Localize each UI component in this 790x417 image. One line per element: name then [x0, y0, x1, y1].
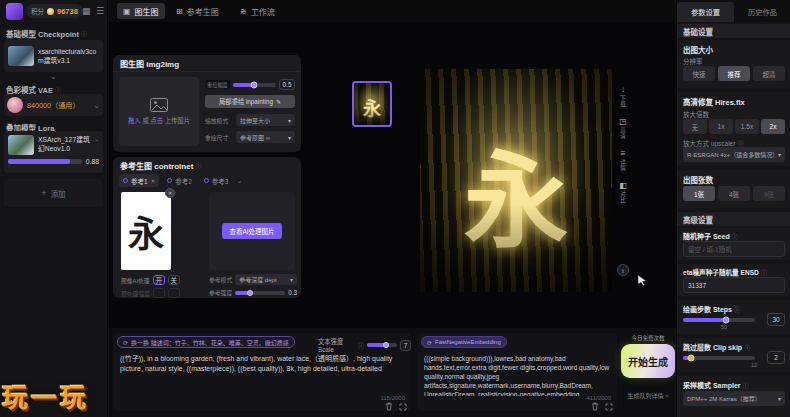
steps-tick: 50 — [721, 324, 727, 330]
ai-on-button[interactable]: 开 — [153, 275, 165, 285]
inpaint-button[interactable]: 局部重绘 inpainting ✎ — [205, 95, 295, 108]
lora-weight-slider[interactable] — [8, 159, 82, 164]
positive-prompt-panel: ⟳ 换一换 描述词：竹子、竹林、花朵、唯美、空灵、魔幻质感 文本强度 Scale… — [113, 333, 411, 411]
count-1[interactable]: 1张 — [683, 186, 715, 201]
tab-workflow[interactable]: ≋ 工作流 — [234, 3, 281, 19]
ref-mode-select[interactable]: 参考深度 dept ▾ — [235, 274, 297, 285]
points-value: 96738 — [57, 7, 78, 16]
tab-param-settings[interactable]: 参数设置 — [677, 2, 734, 22]
vae-thumbnail — [7, 97, 23, 113]
steps-value[interactable]: 30 — [767, 313, 785, 326]
controlnet-tab-2[interactable]: 参考2 — [163, 174, 196, 187]
count-card: 出图张数 1张 4张 9张 — [677, 170, 790, 208]
size-ref-select[interactable]: 参考原图 ∞ ▾ — [236, 131, 295, 143]
points-label: 积分 — [31, 6, 44, 16]
controlnet-tab-1[interactable]: 参考1 ✕ — [119, 174, 159, 187]
params-tabbar: 参数设置 历史作品 — [677, 0, 790, 22]
add-lora-button[interactable]: + 添加 — [4, 179, 103, 207]
chevron-down-icon[interactable]: ⌄ — [236, 177, 242, 185]
chevron-down-icon[interactable]: ⌄ — [93, 101, 100, 110]
ai-off-button[interactable]: 关 — [168, 275, 180, 285]
grid-menu-icon[interactable]: ▦ — [82, 6, 91, 16]
clip-skip-value[interactable]: 2 — [767, 351, 785, 364]
queue-details-link[interactable]: 生成队列详情 > — [617, 391, 679, 400]
chevron-down-icon: ▾ — [288, 117, 291, 124]
refresh-icon: ⟳ — [427, 339, 432, 346]
info-icon: ⓘ — [55, 85, 61, 94]
lora-thumbnail — [8, 135, 34, 155]
points-badge[interactable]: 积分 96738 — [26, 4, 83, 18]
ai-process-label: 图像AI处理 — [121, 276, 150, 285]
upscaler-select[interactable]: R-ESRGAN 4x+（适合多数情况） ▾ — [683, 147, 785, 162]
processed-preview-box: 查看AI处理图片 — [209, 192, 295, 270]
tab-img2img[interactable]: ▣ 图生图 — [117, 3, 165, 19]
count-4[interactable]: 4张 — [718, 186, 750, 201]
expand-icon[interactable] — [605, 403, 613, 411]
view-processed-button[interactable]: 查看AI处理图片 — [222, 223, 281, 239]
app-logo[interactable] — [6, 3, 23, 20]
resolution-fast[interactable]: 快速 — [683, 66, 715, 81]
resolution-uhd[interactable]: 超清 — [753, 66, 785, 81]
upscale-none[interactable]: 无 — [683, 119, 707, 134]
resolution-label: 分辨率 — [683, 56, 703, 66]
ref-strength-slider[interactable] — [235, 291, 285, 295]
upload-dropzone[interactable]: 拖入 或 点击 上传图片 — [119, 77, 199, 146]
tool-hires[interactable]: ◳ 高清 — [614, 117, 632, 144]
expand-icon[interactable] — [399, 403, 407, 411]
lora-card[interactable]: XSArch_127建筑幻Neov1.0 ⌄ 0.88 — [4, 131, 103, 173]
negative-embedding-chip[interactable]: ⟳ FastNegativeEmbedding — [421, 336, 507, 348]
close-icon[interactable]: ✕ — [151, 178, 156, 184]
negative-prompt-input[interactable]: (((simple background))),lowres,bad anato… — [422, 352, 612, 396]
preprocess-option-b[interactable] — [168, 288, 180, 298]
steps-slider[interactable] — [683, 318, 755, 322]
upscale-1x[interactable]: 1x — [709, 119, 733, 134]
image-info-button[interactable]: i — [617, 264, 629, 276]
denoise-row: 重绘幅度 0.5 — [205, 79, 295, 90]
tool-download[interactable]: ↓ 下载 — [614, 85, 632, 112]
upscale-1-5x[interactable]: 1.5x — [735, 119, 759, 134]
trash-icon[interactable] — [591, 402, 599, 411]
sampler-select[interactable]: DPM++ 2M Karras（推荐） ▾ — [683, 391, 785, 406]
controlnet-tab-3[interactable]: 参考3 — [200, 174, 233, 187]
toggle-dot-icon[interactable] — [123, 178, 128, 183]
tool-details[interactable]: ≡ 详情 — [614, 149, 632, 176]
toggle-dot-icon[interactable] — [204, 178, 209, 183]
resolution-recommended[interactable]: 推荐 — [718, 66, 750, 81]
seed-input[interactable] — [683, 241, 785, 257]
preprocess-option-a[interactable] — [153, 288, 165, 298]
clip-skip-slider[interactable] — [683, 356, 755, 360]
result-image[interactable]: 永 — [420, 69, 612, 292]
count-9[interactable]: 9张 — [753, 186, 785, 201]
toggle-dot-icon[interactable] — [167, 178, 172, 183]
chevron-down-icon[interactable]: ⌄ — [50, 72, 57, 81]
tab-history-works[interactable]: 历史作品 — [734, 2, 790, 22]
resolution-options: 快速 推荐 超清 — [683, 66, 785, 81]
remove-reference-button[interactable]: ✕ — [165, 188, 175, 198]
steps-card: 绘画步数 Steps ⓘ 50 30 — [677, 300, 790, 334]
trash-icon[interactable] — [385, 402, 393, 411]
positive-prompt-input[interactable]: ((竹子)), in a blooming garden, (fresh and… — [118, 352, 406, 396]
img2img-header: 图生图 img2img — [113, 55, 301, 72]
hamburger-icon[interactable]: ☰ — [96, 6, 104, 16]
controlnet-reference-image[interactable]: 永 — [121, 192, 171, 270]
prompt-suggestion-chip[interactable]: ⟳ 换一换 描述词：竹子、竹林、花朵、唯美、空灵、魔幻质感 — [117, 336, 295, 348]
scale-slider[interactable] — [367, 343, 397, 347]
tab-reference[interactable]: ⊞ 参考生图 — [170, 3, 225, 19]
scale-value[interactable]: 7 — [400, 340, 411, 351]
chevron-down-icon[interactable]: ⌄ — [94, 135, 99, 142]
checkpoint-section-label: 基础模型 Checkpoint ⓘ — [6, 28, 87, 39]
generate-button[interactable]: 开始生成 — [621, 344, 675, 378]
denoise-slider[interactable] — [233, 83, 276, 87]
seed-label-row: 随机种子 Seed ⓘ — [683, 231, 738, 241]
tool-compare[interactable]: ◧ 对比 — [614, 181, 632, 208]
info-icon: ⓘ — [743, 381, 749, 390]
checkpoint-card[interactable]: xsarchitecturalv3com建筑v3.1 — [4, 40, 103, 72]
vae-card[interactable]: 840000（通用） ⌄ — [4, 94, 103, 116]
resize-mode-row: 缩放模式 拉伸至大小 ▾ — [205, 114, 295, 126]
denoise-value[interactable]: 0.5 — [279, 79, 295, 90]
resize-mode-select[interactable]: 拉伸至大小 ▾ — [236, 114, 295, 126]
image-icon: ▣ — [123, 7, 131, 16]
ensd-input[interactable] — [683, 277, 785, 293]
upscale-2x[interactable]: 2x — [761, 119, 785, 134]
result-thumbnail[interactable]: 永 — [352, 81, 392, 127]
